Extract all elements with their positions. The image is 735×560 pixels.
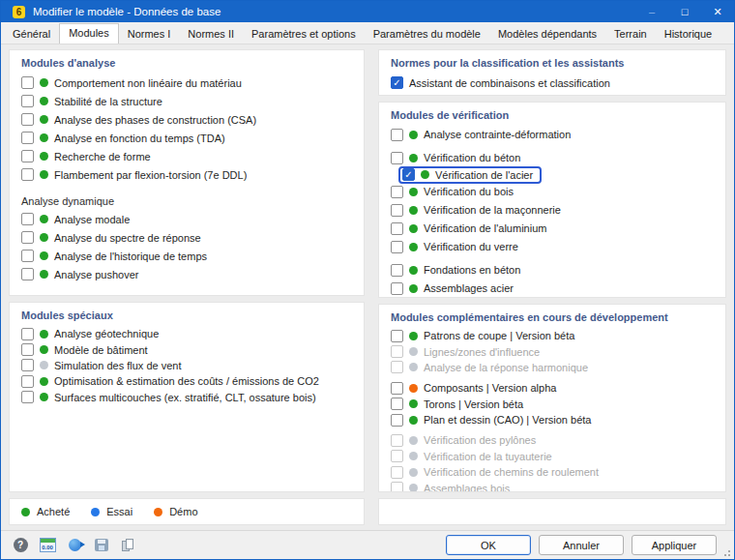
module-row: Simulation des flux de vent [21,358,364,373]
checkbox[interactable] [21,268,34,280]
checkbox-checked[interactable] [391,76,403,89]
checkbox[interactable] [21,375,34,388]
group-modules-speciaux: Modules spéciaux Analyse géotechniqueMod… [9,302,365,492]
purchased-status-dot [409,399,418,408]
module-row: Vérification de chemins de roulement [391,464,725,480]
module-label: Analyse pushover [54,269,138,280]
checkbox[interactable] [391,382,403,395]
checkbox[interactable] [391,186,403,198]
checkbox[interactable] [391,345,403,358]
apply-button[interactable]: Appliquer [632,535,717,555]
tab-normes-i[interactable]: Normes I [119,25,180,44]
left-column: Modules d'analyse Comportement non linéa… [9,49,365,525]
module-label: Torons | Version béta [424,398,523,410]
checkbox[interactable] [21,231,34,244]
module-label: Analyse contrainte-déformation [424,129,571,140]
tab-g-n-ral[interactable]: Général [4,25,59,44]
checkbox[interactable] [391,204,403,217]
units-button[interactable]: 0.00 [36,536,59,555]
help-button[interactable]: ? [9,536,32,555]
refresh-button[interactable] [63,536,86,555]
module-row: Patrons de coupe | Version béta [391,328,725,343]
titlebar[interactable]: 6 Modifier le modèle - Données de base –… [1,1,734,22]
close-icon[interactable]: ✕ [701,1,734,22]
module-row: Vérification de la tuyauterie [391,449,725,464]
purchased-status-dot [40,345,48,354]
maximize-icon[interactable]: □ [668,1,701,22]
checkbox-checked[interactable] [402,168,415,181]
group-modules-developpement: Modules complémentaires en cours de déve… [378,304,726,492]
checkbox[interactable] [21,95,34,107]
checkbox[interactable] [391,414,403,427]
module-label: Optimisation & estimation des coûts / ém… [54,375,319,387]
checkbox[interactable] [391,450,403,462]
module-row: Comportement non linéaire du matériau [21,74,364,92]
checkbox[interactable] [391,466,403,479]
tab-mod-les-d-pendants[interactable]: Modèles dépendants [489,25,605,44]
tab-modules[interactable]: Modules [59,23,119,44]
checkbox[interactable] [391,152,403,164]
checkbox[interactable] [391,482,403,492]
tab-param-tres-du-mod-le[interactable]: Paramètres du modèle [365,25,489,44]
module-label: Assistant de combinaisons et classificat… [409,77,610,89]
checkbox[interactable] [21,150,34,162]
legend-label: Acheté [37,506,70,517]
checkbox[interactable] [21,343,34,356]
group-title-modules-analyse: Modules d'analyse [10,50,364,74]
checkbox[interactable] [21,76,34,89]
checkbox[interactable] [391,361,403,373]
cancel-button[interactable]: Annuler [539,535,624,555]
footer-bar: ? 0.00 OK Annuler Appliquer [1,530,734,559]
resize-grip[interactable] [723,549,725,551]
checkbox[interactable] [391,330,403,342]
favorites-button[interactable] [90,536,113,555]
checkbox[interactable] [21,213,34,225]
module-label: Vérification du bois [424,186,514,197]
checkbox[interactable] [391,222,403,235]
purchased-status-dot [40,115,48,124]
checkbox[interactable] [21,359,34,371]
purchased-status-dot [409,243,418,251]
checkbox[interactable] [391,129,403,141]
purchased-status-dot [409,154,418,162]
module-label: Patrons de coupe | Version béta [424,330,574,341]
checkbox[interactable] [21,328,34,340]
inactive-status-dot [409,347,418,356]
inactive-status-dot [409,468,418,477]
analysis-module-list: Comportement non linéaire du matériauSta… [10,74,364,184]
legend-item: Essai [91,506,132,517]
purchased-status-dot [40,270,48,279]
checkbox[interactable] [391,398,403,410]
module-label: Analyse du spectre de réponse [54,232,201,244]
tab-normes-ii[interactable]: Normes II [179,25,243,44]
inactive-status-dot [409,363,418,371]
copy-button[interactable] [117,536,140,555]
module-label: Analyse des phases de construction (CSA) [54,114,256,126]
purchased-status-dot [40,97,48,105]
group-modules-analyse: Modules d'analyse Comportement non linéa… [9,49,365,296]
module-row: Analyse géotechnique [21,326,364,341]
module-row: Fondations en béton [391,261,725,280]
purchased-status-dot [409,206,418,215]
checkbox[interactable] [391,282,403,295]
group-title-modules-speciaux: Modules spéciaux [10,303,364,326]
checkbox[interactable] [391,434,403,447]
checkbox-checked[interactable] [391,95,403,96]
checkbox[interactable] [21,168,34,181]
tab-param-tres-et-options[interactable]: Paramètres et options [243,25,365,44]
module-label: Analyse modale [54,214,130,225]
minimize-icon[interactable]: – [635,1,668,22]
module-label: Plan et dessin (CAO) | Version béta [424,414,591,426]
checkbox[interactable] [21,250,34,262]
tab-terrain[interactable]: Terrain [605,25,656,44]
checkbox[interactable] [391,264,403,277]
checkbox[interactable] [391,241,403,253]
ok-button[interactable]: OK [446,535,531,555]
checkbox[interactable] [21,113,34,126]
purchased-status-dot [409,224,418,233]
module-row: Analyse de l'historique de temps [21,247,364,265]
checkbox[interactable] [21,391,34,403]
checkbox[interactable] [21,132,34,144]
module-label: Stabilité de la structure [54,96,162,107]
tab-historique[interactable]: Historique [656,25,721,44]
